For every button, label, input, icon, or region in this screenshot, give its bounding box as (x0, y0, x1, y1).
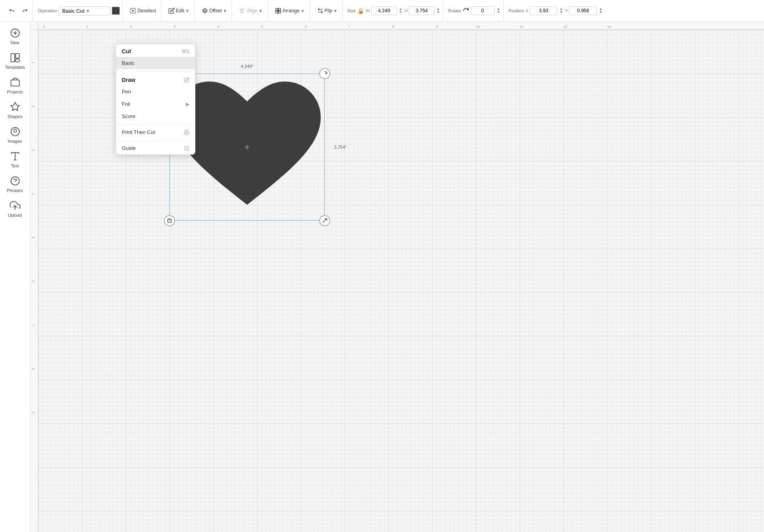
svg-rect-29 (185, 133, 188, 135)
images-icon (10, 126, 21, 137)
menu-item-print-then-cut[interactable]: Print Then Cut (116, 126, 195, 138)
printer-icon (184, 130, 189, 135)
width-down-button[interactable]: ▼ (398, 11, 403, 14)
sidebar-item-shapes[interactable]: Shapes (2, 98, 29, 122)
sidebar-item-images-label: Images (8, 139, 22, 144)
svg-rect-17 (16, 59, 19, 62)
toolbar: Operation Basic Cut ▼ Deselect Edit ▼ (0, 0, 764, 22)
projects-icon (10, 77, 21, 88)
y-input[interactable] (569, 6, 597, 15)
pencil-icon (184, 77, 189, 83)
arrange-arrow-icon: ▼ (301, 9, 305, 13)
height-input[interactable] (409, 6, 435, 15)
svg-rect-16 (16, 54, 19, 58)
edit-button[interactable]: Edit ▼ (166, 6, 192, 16)
menu-item-basic[interactable]: Basic (116, 57, 195, 69)
foil-arrow-icon: ▶ (186, 101, 189, 107)
position-label: Position (509, 8, 524, 13)
width-input[interactable] (371, 6, 397, 15)
arrange-button[interactable]: Arrange ▼ (273, 6, 307, 16)
text-icon (10, 151, 21, 162)
x-down-button[interactable]: ▼ (559, 11, 563, 14)
y-stepper: ▲ ▼ (598, 8, 603, 14)
menu-pen-label: Pen (122, 89, 131, 95)
sidebar-item-shapes-label: Shapes (8, 114, 22, 119)
rotate-input[interactable] (471, 6, 495, 15)
sidebar-item-new[interactable]: New (2, 24, 29, 48)
width-stepper: ▲ ▼ (398, 8, 403, 14)
menu-draw-label: Draw (122, 77, 135, 83)
ruler-v-6: 6 (31, 280, 35, 282)
ruler-h-13: 13 (607, 25, 611, 29)
menu-draw-header: Draw (116, 73, 195, 85)
sidebar-item-upload[interactable]: Upload (2, 197, 29, 221)
svg-rect-15 (11, 54, 14, 62)
height-label: H (404, 8, 407, 13)
ruler-v-4: 4 (31, 193, 35, 195)
y-group: Y ▲ ▼ (565, 6, 603, 15)
operation-section: Operation Basic Cut ▼ (35, 0, 123, 21)
offset-label: Offset (209, 8, 222, 14)
menu-item-foil[interactable]: Foil ▶ (116, 98, 195, 110)
flip-arrow-icon: ▼ (333, 9, 337, 13)
sidebar-item-phrases[interactable]: Phrases (2, 172, 29, 196)
position-section: Position X ▲ ▼ Y ▲ ▼ (506, 0, 606, 21)
flip-section: Flip ▼ (312, 0, 343, 21)
svg-point-4 (204, 10, 206, 12)
sidebar-item-projects-label: Projects (7, 89, 23, 94)
templates-icon (10, 52, 21, 63)
size-section: Size 🔒 W ▲ ▼ H ▲ ▼ (345, 0, 444, 21)
operation-select[interactable]: Basic Cut ▼ (58, 6, 110, 16)
offset-section: Offset ▼ (197, 0, 232, 21)
ruler-h-8: 8 (392, 25, 394, 29)
lock-icon[interactable]: 🔒 (357, 8, 364, 14)
undo-button[interactable] (6, 6, 18, 16)
x-input[interactable] (530, 6, 557, 15)
sidebar-item-projects[interactable]: Projects (2, 74, 29, 97)
edit-section: Edit ▼ (164, 0, 195, 21)
sidebar-item-templates[interactable]: Templates (2, 49, 29, 73)
phrases-icon (10, 175, 21, 186)
sidebar-item-text[interactable]: Text (2, 148, 29, 171)
rotate-label: Rotate (448, 8, 461, 13)
rotate-down-button[interactable]: ▼ (496, 11, 501, 14)
sidebar: New Templates Projects Shapes Images Tex (0, 22, 30, 532)
main-area: New Templates Projects Shapes Images Tex (0, 22, 764, 532)
offset-button[interactable]: Offset ▼ (199, 6, 230, 16)
height-down-button[interactable]: ▼ (436, 11, 440, 14)
y-label: Y (565, 8, 568, 13)
ruler-h-7: 7 (349, 25, 351, 29)
y-down-button[interactable]: ▼ (598, 11, 603, 14)
handle-top-right[interactable] (319, 68, 330, 79)
ruler-v-7: 7 (31, 324, 35, 326)
flip-label: Flip (325, 8, 332, 14)
align-button[interactable]: Align ▼ (237, 6, 265, 16)
sidebar-item-phrases-label: Phrases (7, 188, 23, 193)
handle-bottom-left[interactable] (164, 215, 175, 226)
x-group: X ▲ ▼ (526, 6, 563, 15)
ruler-h-5: 5 (261, 25, 263, 29)
arrange-label: Arrange (283, 8, 300, 14)
menu-item-score[interactable]: Score (116, 110, 195, 122)
menu-print-then-cut-label: Print Then Cut (122, 129, 155, 135)
operation-value: Basic Cut (62, 8, 84, 14)
height-stepper: ▲ ▼ (436, 8, 440, 14)
dropdown-arrow-icon: ▼ (86, 9, 90, 13)
redo-button[interactable] (19, 6, 30, 16)
menu-item-guide[interactable]: Guide (116, 142, 195, 154)
ruler-corner (30, 22, 38, 30)
deselect-button[interactable]: Deselect (127, 6, 158, 16)
color-swatch[interactable] (112, 7, 120, 15)
flip-button[interactable]: Flip ▼ (315, 6, 340, 16)
ruler-v-3: 3 (31, 149, 35, 151)
ruler-h-4: 4 (217, 25, 219, 29)
menu-foil-label: Foil (122, 101, 130, 107)
handle-bottom-right[interactable] (319, 215, 330, 226)
menu-divider-2 (116, 124, 195, 124)
cut-shortcut: ⌘8 (181, 49, 189, 54)
svg-point-18 (14, 129, 16, 132)
x-stepper: ▲ ▼ (559, 8, 563, 14)
menu-item-pen[interactable]: Pen (116, 85, 195, 98)
sidebar-item-images[interactable]: Images (2, 123, 29, 147)
ruler-h-3: 3 (173, 25, 175, 29)
